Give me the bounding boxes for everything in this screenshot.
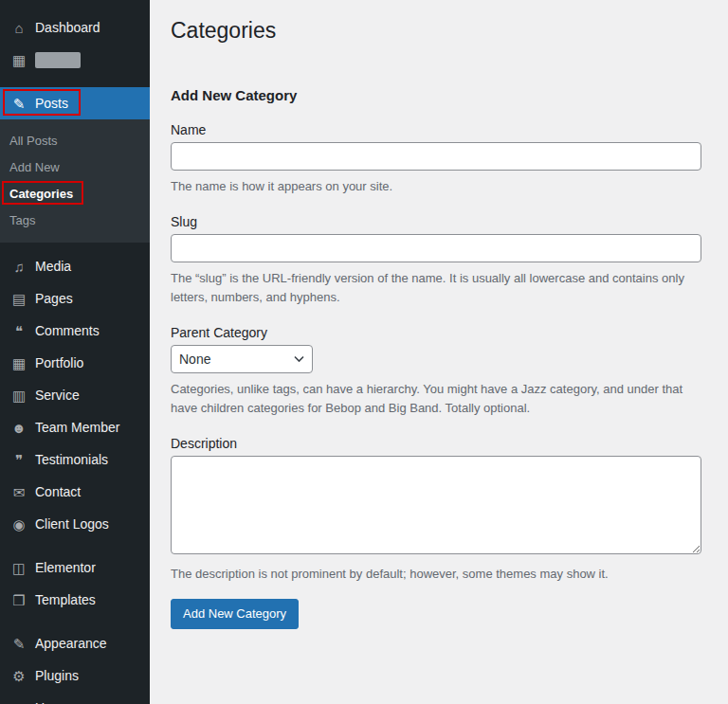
sidebar-item-portfolio[interactable]: ▦ Portfolio — [0, 347, 150, 379]
sidebar-item-team-member[interactable]: ☻ Team Member — [0, 411, 150, 443]
sidebar-item-redacted[interactable]: ▦ — [0, 44, 150, 76]
sidebar-item-plugins[interactable]: ⚙ Plugins — [0, 659, 150, 692]
sidebar-item-label: Client Logos — [35, 516, 109, 532]
elementor-icon: ◫ — [9, 561, 28, 575]
users-icon: ☻ — [9, 701, 28, 704]
appearance-icon: ✎ — [9, 637, 28, 651]
submenu-item-add-new[interactable]: Add New — [0, 153, 150, 180]
client-logos-icon: ◉ — [9, 517, 28, 532]
sidebar-item-label: Templates — [35, 592, 96, 607]
sidebar-item-templates[interactable]: ❒ Templates — [0, 584, 150, 616]
portfolio-icon: ▦ — [9, 356, 28, 370]
sidebar-item-label: Appearance — [35, 636, 107, 651]
name-field-group: Name The name is how it appears on your … — [171, 122, 701, 196]
sidebar-item-dashboard[interactable]: ⌂ Dashboard — [0, 11, 150, 44]
pages-icon: ▤ — [9, 292, 28, 306]
slug-label: Slug — [171, 214, 701, 229]
submenu-item-all-posts[interactable]: All Posts — [0, 127, 150, 153]
media-icon: ♫ — [9, 260, 28, 274]
testimonials-icon: ❞ — [9, 453, 28, 467]
sidebar-item-service[interactable]: ▥ Service — [0, 379, 150, 411]
form-heading: Add New Category — [171, 87, 701, 103]
sidebar-item-comments[interactable]: ❝ Comments — [0, 315, 150, 347]
slug-help: The “slug” is the URL-friendly version o… — [171, 269, 701, 306]
sidebar-item-pages[interactable]: ▤ Pages — [0, 282, 150, 315]
sidebar-item-appearance[interactable]: ✎ Appearance — [0, 627, 150, 659]
sidebar-item-label: Portfolio — [35, 355, 83, 370]
name-input[interactable] — [171, 142, 701, 171]
submenu-item-categories[interactable]: Categories — [0, 180, 150, 207]
add-new-category-button[interactable]: Add New Category — [171, 599, 299, 629]
sidebar-item-label: Pages — [35, 291, 73, 306]
description-textarea[interactable] — [171, 456, 701, 554]
redacted-label — [35, 52, 81, 68]
description-label: Description — [171, 436, 701, 451]
page-title: Categories — [171, 9, 701, 49]
sidebar-item-posts[interactable]: ✎ Posts — [0, 87, 150, 119]
admin-sidebar: ⌂ Dashboard ▦ ✎ Posts All Posts Add New … — [0, 0, 150, 704]
sidebar-item-media[interactable]: ♫ Media — [0, 250, 150, 282]
submenu-label: Categories — [9, 187, 73, 201]
contact-icon: ✉ — [9, 485, 28, 499]
comments-icon: ❝ — [9, 324, 28, 338]
sidebar-item-users[interactable]: ☻ Users — [0, 692, 150, 704]
dashboard-icon: ⌂ — [9, 21, 28, 35]
active-menu-arrow — [140, 94, 150, 113]
service-icon: ▥ — [9, 388, 28, 403]
sidebar-item-label: Users — [35, 700, 70, 704]
parent-category-label: Parent Category — [171, 325, 701, 340]
plugins-icon: ⚙ — [9, 669, 28, 683]
team-icon: ☻ — [9, 421, 28, 435]
description-help: The description is not prominent by defa… — [171, 565, 701, 584]
content-area: Categories Add New Category Name The nam… — [150, 0, 728, 704]
pin-icon: ✎ — [9, 97, 28, 111]
parent-category-help: Categories, unlike tags, can have a hier… — [171, 380, 701, 417]
slug-input[interactable] — [171, 234, 701, 262]
submenu-label: All Posts — [9, 134, 58, 148]
sidebar-item-label: Posts — [35, 96, 68, 111]
sidebar-item-label: Elementor — [35, 560, 96, 575]
parent-category-select-wrap: None — [171, 345, 313, 373]
submenu-label: Tags — [9, 213, 35, 227]
sidebar-item-label: Testimonials — [35, 452, 108, 467]
table-icon: ▦ — [9, 53, 28, 67]
sidebar-item-label: Media — [35, 259, 71, 274]
name-help: The name is how it appears on your site. — [171, 177, 701, 196]
description-field-group: Description The description is not promi… — [171, 436, 701, 584]
sidebar-item-label: Service — [35, 388, 80, 403]
add-category-form: Add New Category Name The name is how it… — [171, 87, 701, 629]
parent-category-field-group: Parent Category None Categories, unlike … — [171, 325, 701, 417]
sidebar-item-testimonials[interactable]: ❞ Testimonials — [0, 443, 150, 476]
sidebar-item-client-logos[interactable]: ◉ Client Logos — [0, 508, 150, 540]
templates-icon: ❒ — [9, 593, 28, 607]
submenu-item-tags[interactable]: Tags — [0, 207, 150, 233]
submenu-label: Add New — [9, 160, 60, 174]
sidebar-item-label: Comments — [35, 323, 100, 338]
posts-submenu: All Posts Add New Categories Tags — [0, 119, 150, 243]
sidebar-item-label: Team Member — [35, 420, 119, 435]
name-label: Name — [171, 122, 701, 137]
sidebar-item-label: Dashboard — [35, 20, 100, 35]
sidebar-item-elementor[interactable]: ◫ Elementor — [0, 551, 150, 584]
parent-category-select[interactable]: None — [171, 345, 313, 373]
sidebar-item-contact[interactable]: ✉ Contact — [0, 476, 150, 508]
sidebar-item-label: Contact — [35, 484, 81, 499]
sidebar-item-label: Plugins — [35, 668, 79, 683]
slug-field-group: Slug The “slug” is the URL-friendly vers… — [171, 214, 701, 306]
